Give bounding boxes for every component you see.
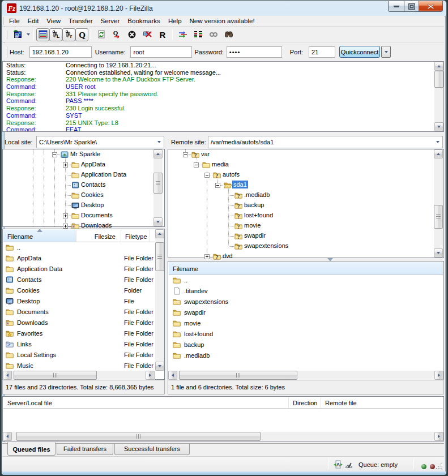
tree-item-sda1[interactable]: sda1 bbox=[168, 180, 443, 190]
column-header-filename[interactable]: Filename bbox=[169, 262, 443, 275]
scrollbar-thumb[interactable] bbox=[179, 371, 297, 380]
local-file-list[interactable]: FilenameFilesizeFiletype..AppDataFile Fo… bbox=[2, 229, 165, 380]
menu-item-edit[interactable]: Edit bbox=[24, 16, 43, 26]
tree-item-label[interactable]: backup bbox=[243, 201, 265, 209]
horizontal-scrollbar[interactable] bbox=[3, 432, 443, 441]
file-row-lost-found[interactable]: lost+found bbox=[169, 329, 443, 340]
quickconnect-button[interactable]: Quickconnect bbox=[339, 46, 380, 58]
filter-button[interactable] bbox=[175, 28, 190, 41]
tree-item-dvd[interactable]: ?dvd bbox=[168, 251, 443, 261]
tree-item-label[interactable]: swapdir bbox=[243, 231, 267, 239]
menu-item-help[interactable]: Help bbox=[164, 16, 186, 26]
column-header-filetype[interactable]: Filetype bbox=[121, 230, 150, 242]
tree-item-label[interactable]: Contacts bbox=[80, 181, 106, 188]
password-input[interactable] bbox=[227, 46, 282, 58]
scrollbar-thumb[interactable] bbox=[434, 71, 443, 88]
vertical-scrollbar[interactable] bbox=[153, 149, 163, 226]
queue-column-server-local-file[interactable]: Server/Local file bbox=[3, 397, 289, 408]
minimize-button[interactable] bbox=[388, 1, 404, 12]
tree-item-media[interactable]: media bbox=[168, 160, 443, 170]
disconnect-button[interactable] bbox=[139, 28, 155, 41]
file-row-contacts[interactable]: ContactsFile Folder bbox=[3, 275, 155, 285]
file-row-documents[interactable]: DocumentsFile Folder bbox=[3, 307, 155, 318]
tree-expander-minus[interactable] bbox=[194, 162, 199, 168]
tree-item-label[interactable]: lost+found bbox=[243, 211, 274, 219]
tree-item-label[interactable]: Mr Sparkle bbox=[69, 150, 101, 158]
scroll-up-button[interactable] bbox=[434, 149, 443, 158]
message-log-scrollbar[interactable] bbox=[434, 62, 443, 131]
tree-item-label[interactable]: movie bbox=[243, 221, 262, 229]
file-row-favorites[interactable]: FavoritesFile Folder bbox=[3, 328, 155, 339]
file-row-appdata[interactable]: AppDataFile Folder bbox=[3, 253, 155, 264]
tree-item-label[interactable]: dvd bbox=[221, 252, 234, 260]
scrollbar-thumb[interactable] bbox=[155, 242, 164, 271]
queue-column-direction[interactable]: Direction bbox=[289, 397, 321, 408]
tree-expander-minus[interactable] bbox=[204, 173, 210, 178]
tree-item-label[interactable]: swapextensions bbox=[243, 242, 289, 250]
local-site-combo-button[interactable] bbox=[155, 137, 163, 147]
file-row-local-settings[interactable]: Local SettingsFile Folder bbox=[3, 350, 155, 361]
resize-grip[interactable] bbox=[436, 463, 443, 470]
tree-expander-plus[interactable] bbox=[204, 254, 210, 259]
tree-item-label[interactable]: media bbox=[211, 160, 230, 168]
local-site-path-combo[interactable]: C:\Users\Mr Sparkle\ bbox=[36, 136, 164, 148]
local-directory-tree[interactable]: Mr SparkleAppDataApplication DataContact… bbox=[2, 149, 165, 227]
maximize-button[interactable] bbox=[404, 1, 419, 12]
username-input[interactable] bbox=[130, 46, 192, 58]
remote-site-combo-button[interactable] bbox=[433, 137, 442, 147]
tree-item-label[interactable]: Cookies bbox=[80, 191, 105, 199]
scroll-right-button[interactable] bbox=[434, 371, 443, 380]
file-row-cookies[interactable]: CookiesFolder bbox=[3, 285, 155, 296]
horizontal-scrollbar[interactable] bbox=[168, 371, 443, 380]
tree-item-label[interactable]: .mediadb bbox=[243, 191, 271, 199]
file-row--titandev[interactable]: .titandev bbox=[169, 286, 443, 297]
tree-item-autofs[interactable]: ?autofs bbox=[168, 170, 443, 180]
toggle-transfer-queue-button[interactable]: Q bbox=[75, 28, 88, 41]
file-row-downloads[interactable]: DownloadsFile Folder bbox=[3, 318, 155, 328]
cancel-button[interactable] bbox=[124, 28, 139, 41]
close-button[interactable] bbox=[419, 1, 443, 12]
scroll-left-button[interactable] bbox=[3, 371, 12, 380]
toggle-remote-tree-button[interactable]: r bbox=[62, 28, 75, 41]
tree-expander-minus[interactable] bbox=[52, 152, 57, 157]
tree-item-label[interactable]: var bbox=[200, 150, 211, 158]
site-manager-button[interactable] bbox=[10, 28, 25, 41]
port-input[interactable] bbox=[309, 46, 335, 58]
tree-expander-plus[interactable] bbox=[63, 213, 68, 218]
tree-expander-plus[interactable] bbox=[63, 162, 68, 168]
scroll-down-button[interactable] bbox=[155, 362, 164, 371]
tree-expander-plus[interactable] bbox=[63, 224, 68, 229]
quickconnect-dropdown-button[interactable] bbox=[381, 46, 391, 58]
file-row-music[interactable]: MusicFile Folder bbox=[3, 361, 155, 371]
scrollbar-thumb[interactable] bbox=[153, 173, 163, 194]
file-row--[interactable]: .. bbox=[3, 242, 155, 253]
tree-item-contacts[interactable]: Contacts bbox=[3, 180, 164, 190]
column-header-filesize[interactable]: Filesize bbox=[76, 230, 121, 242]
remote-directory-tree[interactable]: ?varmedia?autofssda1?.mediadb?backup?los… bbox=[168, 149, 444, 258]
menu-item-server[interactable]: Server bbox=[96, 16, 123, 26]
tree-item-swapextensions[interactable]: ?swapextensions bbox=[168, 241, 443, 251]
site-manager-dropdown[interactable] bbox=[25, 28, 31, 41]
message-log[interactable]: Status:Connecting to 192.168.1.20:21...S… bbox=[2, 61, 444, 132]
directory-comparison-button[interactable] bbox=[190, 28, 206, 41]
scrollbar-thumb[interactable] bbox=[16, 432, 261, 441]
file-row-backup[interactable]: backup bbox=[169, 340, 443, 350]
toggle-message-log-button[interactable] bbox=[36, 28, 49, 41]
tree-item-desktop[interactable]: Desktop bbox=[3, 200, 164, 211]
tree-expander-minus[interactable] bbox=[215, 183, 220, 188]
scroll-down-button[interactable] bbox=[434, 122, 443, 131]
tree-item--mediadb[interactable]: ?.mediadb bbox=[168, 190, 443, 200]
tree-item-label[interactable]: Application Data bbox=[80, 170, 127, 178]
reconnect-button[interactable]: R bbox=[155, 28, 170, 41]
scrollbar-thumb[interactable] bbox=[14, 371, 97, 380]
tree-item-label[interactable]: sda1 bbox=[232, 181, 248, 188]
tree-item-swapdir[interactable]: ?swapdir bbox=[168, 231, 443, 241]
scroll-up-button[interactable] bbox=[155, 229, 164, 238]
tree-item-appdata[interactable]: AppData bbox=[3, 160, 164, 170]
file-row-swapdir[interactable]: swapdir bbox=[169, 307, 443, 318]
file-row-desktop[interactable]: DesktopFile bbox=[3, 296, 155, 307]
tree-item-mr-sparkle[interactable]: Mr Sparkle bbox=[3, 149, 164, 160]
remote-site-path-combo[interactable]: /var/media/autofs/sda1 bbox=[208, 136, 443, 148]
titlebar[interactable]: Fz 192.168.1.20 - root@192.168.1.20 - Fi… bbox=[3, 1, 446, 16]
tree-item-label[interactable]: Downloads bbox=[80, 221, 113, 229]
